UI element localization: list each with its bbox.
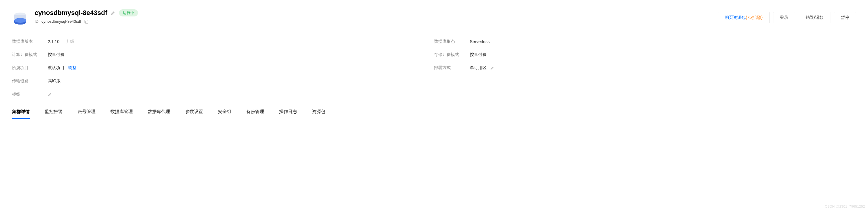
edit-tag-icon[interactable] — [48, 92, 52, 96]
upgrade-link[interactable]: 升级 — [66, 39, 74, 44]
db-version-label: 数据库版本 — [12, 39, 48, 44]
svg-point-2 — [14, 18, 26, 23]
buy-package-discount: (75折起!) — [746, 15, 763, 20]
info-row-project: 所属项目 默认项目 调整 — [12, 65, 434, 71]
deploy-value: 单可用区 — [470, 65, 494, 71]
db-version-text: 2.1.10 — [48, 39, 59, 44]
tag-label: 标签 — [12, 91, 48, 97]
transport-label: 传输链路 — [12, 78, 48, 84]
id-value: cynosdbmysql-8e43sdf — [41, 19, 81, 24]
info-row-db-version: 数据库版本 2.1.10 升级 — [12, 39, 434, 44]
project-value: 默认项目 调整 — [48, 65, 76, 71]
storage-billing-label: 存储计费模式 — [434, 52, 470, 57]
db-form-label: 数据库形态 — [434, 39, 470, 44]
deploy-label: 部署方式 — [434, 65, 470, 71]
pause-button[interactable]: 暂停 — [834, 12, 856, 23]
tab-db-manage[interactable]: 数据库管理 — [111, 109, 133, 119]
tag-value — [48, 92, 52, 96]
tab-account-manage[interactable]: 账号管理 — [78, 109, 95, 119]
tabs: 集群详情 监控告警 账号管理 数据库管理 数据库代理 参数设置 安全组 备份管理… — [12, 109, 856, 119]
project-text: 默认项目 — [48, 65, 64, 71]
info-row-compute-billing: 计算计费模式 按量付费 — [12, 52, 434, 57]
database-icon — [12, 10, 29, 27]
tab-security-group[interactable]: 安全组 — [218, 109, 231, 119]
compute-billing-value: 按量付费 — [48, 52, 64, 57]
id-row: ID cynosdbmysql-8e43sdf — [35, 19, 138, 24]
title-row: cynosdbmysql-8e43sdf 运行中 — [35, 9, 138, 17]
info-row-spacer — [434, 78, 856, 84]
tab-monitor-alarm[interactable]: 监控告警 — [45, 109, 63, 119]
compute-billing-label: 计算计费模式 — [12, 52, 48, 57]
cluster-title: cynosdbmysql-8e43sdf — [35, 9, 107, 17]
tab-resource-package[interactable]: 资源包 — [312, 109, 326, 119]
header-actions: 购买资源包(75折起!) 登录 销毁/退款 暂停 — [718, 12, 856, 23]
edit-deploy-icon[interactable] — [490, 66, 494, 70]
db-form-value: Serverless — [470, 39, 490, 44]
info-grid: 数据库版本 2.1.10 升级 数据库形态 Serverless 计算计费模式 … — [12, 39, 856, 97]
db-version-value: 2.1.10 升级 — [48, 39, 74, 44]
project-adjust-link[interactable]: 调整 — [68, 65, 76, 71]
svg-rect-4 — [86, 21, 88, 23]
tab-param-setting[interactable]: 参数设置 — [185, 109, 203, 119]
transport-value: 高IO版 — [48, 78, 61, 84]
project-label: 所属项目 — [12, 65, 48, 71]
info-row-db-form: 数据库形态 Serverless — [434, 39, 856, 44]
destroy-refund-button[interactable]: 销毁/退款 — [799, 12, 830, 23]
info-row-deploy: 部署方式 单可用区 — [434, 65, 856, 71]
tab-db-proxy[interactable]: 数据库代理 — [148, 109, 170, 119]
tab-backup-manage[interactable]: 备份管理 — [246, 109, 264, 119]
info-row-transport: 传输链路 高IO版 — [12, 78, 434, 84]
tab-cluster-details[interactable]: 集群详情 — [12, 109, 30, 119]
header-left: cynosdbmysql-8e43sdf 运行中 ID cynosdbmysql… — [12, 9, 138, 27]
login-button[interactable]: 登录 — [773, 12, 795, 23]
buy-package-button[interactable]: 购买资源包(75折起!) — [718, 12, 770, 23]
buy-package-prefix: 购买资源包 — [725, 15, 746, 20]
storage-billing-value: 按量付费 — [470, 52, 487, 57]
info-row-storage-billing: 存储计费模式 按量付费 — [434, 52, 856, 57]
page-header: cynosdbmysql-8e43sdf 运行中 ID cynosdbmysql… — [12, 9, 856, 27]
copy-icon[interactable] — [84, 20, 88, 24]
info-row-tag: 标签 — [12, 91, 434, 97]
id-label: ID — [35, 19, 38, 24]
deploy-text: 单可用区 — [470, 65, 487, 71]
status-badge: 运行中 — [119, 9, 138, 17]
edit-title-icon[interactable] — [111, 10, 116, 15]
tab-op-log[interactable]: 操作日志 — [279, 109, 297, 119]
title-block: cynosdbmysql-8e43sdf 运行中 ID cynosdbmysql… — [35, 9, 138, 24]
